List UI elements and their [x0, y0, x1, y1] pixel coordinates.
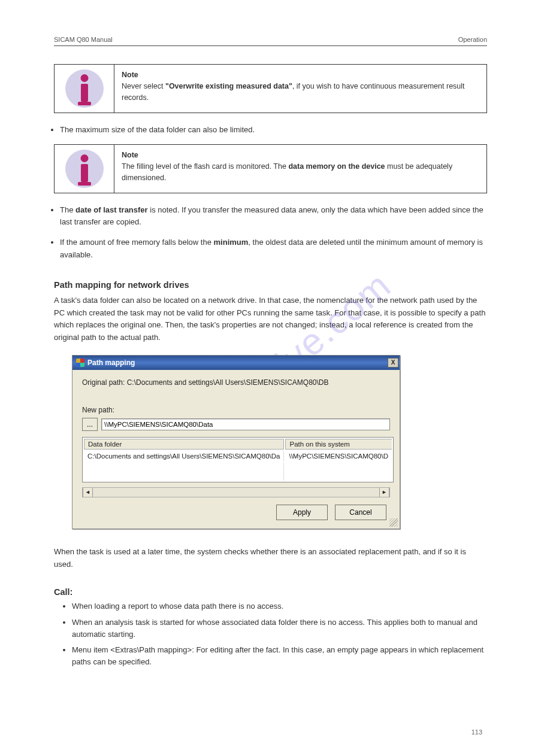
close-button[interactable]: X [388, 358, 398, 368]
scroll-right-arrow-icon[interactable]: ► [379, 488, 389, 497]
header-divider [54, 45, 487, 46]
col-path-system[interactable]: Path on this system [285, 439, 392, 450]
path-mapping-paragraph: A task's data folder can also be located… [54, 294, 487, 344]
list-item: When an analysis task is started for who… [72, 617, 487, 640]
note1-bold: "Overwrite existing measured data" [165, 82, 292, 90]
table-row-empty [84, 463, 392, 481]
new-path-label: New path: [82, 406, 390, 414]
dialog-title: Path mapping [87, 359, 135, 367]
table-header-row: Data folder Path on this system [84, 439, 392, 450]
header-right: Operation [458, 36, 487, 43]
page-header: SICAM Q80 Manual Operation [54, 36, 487, 43]
cancel-button[interactable]: Cancel [335, 505, 386, 520]
call-bullet-list: When loading a report to whose data path… [72, 600, 487, 668]
note-box-1: Note Never select "Overwrite existing me… [54, 64, 487, 113]
resize-grip-icon[interactable] [389, 518, 398, 527]
apply-button[interactable]: Apply [276, 505, 328, 520]
note-text-1: Note Never select "Overwrite existing me… [114, 65, 486, 113]
path-mapping-heading: Path mapping for network drives [54, 280, 487, 290]
list-item: When loading a report to whose data path… [72, 600, 487, 612]
cell-path-system: \\MyPC\SIEMENS\SICAMQ80\D [285, 451, 392, 462]
note2-text-a: The filling level of the flash card is m… [122, 162, 288, 171]
original-path-label: Original path: C:\Documents and settings… [82, 378, 390, 387]
scroll-left-arrow-icon[interactable]: ◄ [83, 488, 93, 497]
info-icon-cell [55, 145, 114, 193]
info-icon [65, 69, 104, 108]
app-icon [76, 359, 84, 367]
li-pre: If the amount of free memory falls below… [60, 238, 214, 247]
info-icon [65, 150, 104, 188]
li-bold: date of last transfer [75, 205, 148, 214]
table-row[interactable]: C:\Documents and settings\All Users\SIEM… [84, 451, 392, 462]
list-item: The maximum size of the data folder can … [60, 124, 487, 136]
list-item: The date of last transfer is noted. If y… [60, 204, 487, 228]
path-mapping-dialog: Path mapping X Original path: C:\Documen… [72, 355, 400, 529]
dialog-button-row: Apply Cancel [82, 505, 390, 523]
new-path-row: ... [82, 418, 390, 431]
path-mapping-paragraph-2: When the task is used at a later time, t… [54, 546, 487, 571]
list-item: If the amount of free memory falls below… [60, 236, 487, 260]
call-heading: Call: [54, 587, 487, 597]
mapping-table: Data folder Path on this system C:\Docum… [82, 437, 394, 482]
horizontal-scrollbar[interactable]: ◄ ► [82, 487, 390, 497]
note2-bold: data memory on the device [288, 162, 385, 171]
bullet-list-top: The maximum size of the data folder can … [60, 124, 487, 136]
page-number: 113 [471, 728, 482, 736]
dialog-titlebar: Path mapping X [72, 356, 400, 370]
li-pre: The [60, 205, 75, 214]
col-data-folder[interactable]: Data folder [84, 439, 284, 450]
cell-data-folder: C:\Documents and settings\All Users\SIEM… [84, 451, 284, 462]
note-label: Note [122, 71, 138, 79]
header-left: SICAM Q80 Manual [54, 36, 113, 43]
new-path-input[interactable] [101, 418, 390, 430]
bullet-list-mid: The date of last transfer is noted. If y… [60, 204, 487, 261]
note-label: Note [122, 151, 138, 159]
info-icon-cell [55, 65, 114, 113]
note-text-2: Note The filling level of the flash card… [114, 145, 486, 193]
scroll-track[interactable] [93, 488, 379, 497]
dialog-body: Original path: C:\Documents and settings… [72, 370, 400, 529]
li-bold: minimum [214, 238, 249, 247]
note-box-2: Note The filling level of the flash card… [54, 144, 487, 193]
list-item: Menu item <Extras\Path mapping>: For edi… [72, 644, 487, 668]
browse-button[interactable]: ... [82, 418, 98, 431]
note1-text-a: Never select [122, 82, 165, 90]
